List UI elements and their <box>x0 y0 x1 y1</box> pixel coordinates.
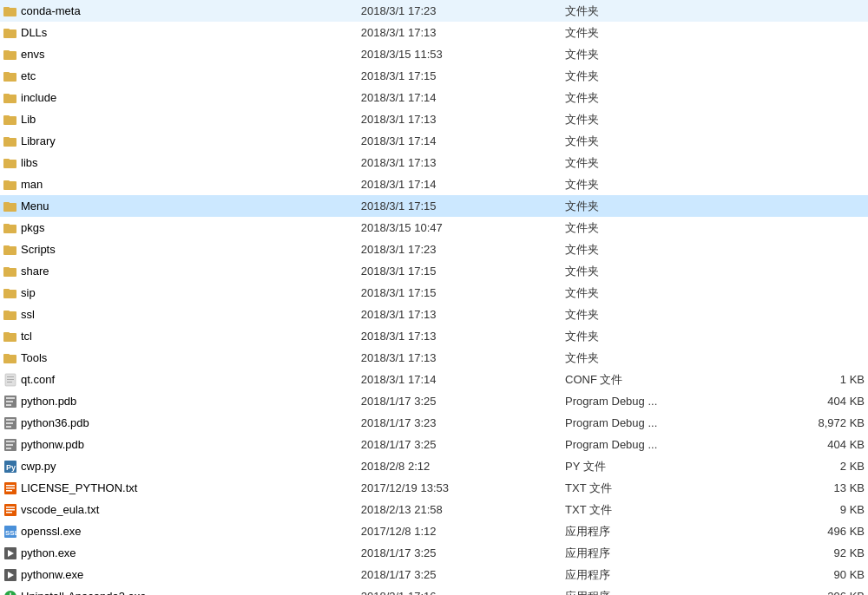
table-row[interactable]: Uninstall-Anaconda3.exe 2018/3/1 17:16应用… <box>0 585 868 595</box>
file-name: python36.pdb <box>21 416 89 429</box>
file-name-cell: Library <box>0 130 358 152</box>
table-row[interactable]: vscode_eula.txt 2018/2/13 21:58TXT 文件9 K… <box>0 499 868 520</box>
folder-icon <box>3 178 17 192</box>
file-size <box>766 282 868 304</box>
table-row[interactable]: Tools 2018/3/1 17:13文件夹 <box>0 347 868 369</box>
file-type: Program Debug ... <box>562 434 766 455</box>
table-row[interactable]: python.exe 2018/1/17 3:25应用程序92 KB <box>0 542 868 564</box>
table-row[interactable]: include 2018/3/1 17:14文件夹 <box>0 87 868 108</box>
file-type: 应用程序 <box>562 520 766 542</box>
file-name: python.exe <box>21 546 76 559</box>
table-row[interactable]: Library 2018/3/1 17:14文件夹 <box>0 130 868 152</box>
file-size: 1 KB <box>766 369 868 390</box>
file-name-cell: SSL openssl.exe <box>0 520 358 542</box>
file-type: TXT 文件 <box>562 477 766 499</box>
file-icon <box>3 373 17 387</box>
table-row[interactable]: LICENSE_PYTHON.txt 2017/12/19 13:53TXT 文… <box>0 477 868 499</box>
table-row[interactable]: pythonw.exe 2018/1/17 3:25应用程序90 KB <box>0 564 868 585</box>
table-row[interactable]: conda-meta 2018/3/1 17:23文件夹 <box>0 0 868 22</box>
file-name-cell: etc <box>0 65 358 87</box>
table-row[interactable]: ssl 2018/3/1 17:13文件夹 <box>0 304 868 325</box>
svg-rect-49 <box>6 448 11 449</box>
table-row[interactable]: SSL openssl.exe 2017/12/8 1:12应用程序496 KB <box>0 520 868 542</box>
file-size: 13 KB <box>766 477 868 499</box>
folder-icon <box>3 91 17 105</box>
file-name-cell: DLLs <box>0 22 358 43</box>
table-row[interactable]: share 2018/3/1 17:15文件夹 <box>0 260 868 282</box>
pdb-icon <box>3 416 17 430</box>
file-size: 296 KB <box>766 585 868 595</box>
svg-rect-5 <box>3 50 10 53</box>
svg-rect-25 <box>3 267 10 270</box>
file-date: 2018/1/17 3:25 <box>358 434 562 455</box>
file-name: DLLs <box>21 26 47 39</box>
table-row[interactable]: libs 2018/3/1 17:13文件夹 <box>0 152 868 173</box>
file-name-cell: python.pdb <box>0 390 358 412</box>
file-name: etc <box>21 69 36 82</box>
file-name: Uninstall-Anaconda3.exe <box>21 590 147 595</box>
file-size: 90 KB <box>766 564 868 585</box>
svg-rect-36 <box>7 379 14 380</box>
file-size: 92 KB <box>766 542 868 564</box>
file-name: include <box>21 91 56 104</box>
file-name-cell: LICENSE_PYTHON.txt <box>0 477 358 499</box>
table-row[interactable]: man 2018/3/1 17:14文件夹 <box>0 173 868 195</box>
folder-icon <box>3 265 17 278</box>
exe-icon <box>3 546 17 560</box>
file-size <box>766 130 868 152</box>
table-row[interactable]: envs 2018/3/15 11:53文件夹 <box>0 43 868 65</box>
table-row[interactable]: Py cwp.py 2018/2/8 2:12PY 文件2 KB <box>0 455 868 477</box>
table-row[interactable]: DLLs 2018/3/1 17:13文件夹 <box>0 22 868 43</box>
folder-icon <box>3 330 17 343</box>
file-type: 文件夹 <box>562 152 766 173</box>
file-date: 2018/3/1 17:14 <box>358 130 562 152</box>
file-name-cell: Scripts <box>0 239 358 260</box>
table-row[interactable]: Lib 2018/3/1 17:13文件夹 <box>0 108 868 130</box>
folder-icon <box>3 69 17 83</box>
pdb-icon <box>3 395 17 409</box>
file-name: pkgs <box>21 221 44 234</box>
table-row[interactable]: pkgs 2018/3/15 10:47文件夹 <box>0 217 868 239</box>
file-date: 2018/2/8 2:12 <box>358 455 562 477</box>
file-name-cell: qt.conf <box>0 369 358 390</box>
svg-text:SSL: SSL <box>5 529 17 537</box>
svg-rect-31 <box>3 332 10 335</box>
file-name: pythonw.pdb <box>21 438 84 451</box>
file-name-cell: pythonw.exe <box>0 564 358 585</box>
table-row[interactable]: Menu 2018/3/1 17:15文件夹 <box>0 195 868 217</box>
svg-rect-55 <box>6 490 12 492</box>
file-size: 2 KB <box>766 455 868 477</box>
svg-rect-59 <box>6 512 12 513</box>
table-row[interactable]: pythonw.pdb 2018/1/17 3:25Program Debug … <box>0 434 868 455</box>
table-row[interactable]: Scripts 2018/3/1 17:23文件夹 <box>0 239 868 260</box>
folder-icon <box>3 243 17 257</box>
file-name: Lib <box>21 113 36 126</box>
file-name: cwp.py <box>21 460 56 473</box>
table-row[interactable]: sip 2018/3/1 17:15文件夹 <box>0 282 868 304</box>
file-date: 2018/2/13 21:58 <box>358 499 562 520</box>
svg-rect-40 <box>6 401 13 402</box>
file-name: sip <box>21 286 36 299</box>
file-date: 2018/3/1 17:13 <box>358 22 562 43</box>
file-name-cell: Uninstall-Anaconda3.exe <box>0 585 358 595</box>
svg-rect-27 <box>3 289 10 291</box>
file-name: libs <box>21 156 38 169</box>
file-date: 2017/12/19 13:53 <box>358 477 562 499</box>
table-row[interactable]: etc 2018/3/1 17:15文件夹 <box>0 65 868 87</box>
file-date: 2017/12/8 1:12 <box>358 520 562 542</box>
file-date: 2018/3/1 17:13 <box>358 347 562 369</box>
file-name: envs <box>21 48 44 61</box>
svg-rect-19 <box>3 202 10 205</box>
table-row[interactable]: python.pdb 2018/1/17 3:25Program Debug .… <box>0 390 868 412</box>
folder-icon <box>3 199 17 213</box>
file-name-cell: conda-meta <box>0 0 358 22</box>
file-name: man <box>21 178 43 191</box>
file-name: Menu <box>21 199 49 212</box>
svg-rect-7 <box>3 72 10 75</box>
table-row[interactable]: python36.pdb 2018/1/17 3:23Program Debug… <box>0 412 868 434</box>
file-type: 应用程序 <box>562 585 766 595</box>
table-row[interactable]: qt.conf 2018/3/1 17:14CONF 文件1 KB <box>0 369 868 390</box>
file-name: ssl <box>21 308 35 321</box>
exe-icon <box>3 568 17 582</box>
table-row[interactable]: tcl 2018/3/1 17:13文件夹 <box>0 325 868 347</box>
